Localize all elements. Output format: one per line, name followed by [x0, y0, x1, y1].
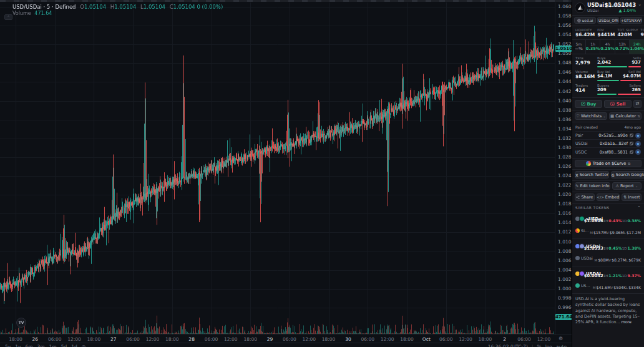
x-twitter-icon: X — [575, 173, 578, 177]
range-button-3m[interactable]: 3m — [37, 344, 45, 347]
range-button-5y[interactable]: 5y — [5, 344, 11, 347]
twitter-link[interactable]: X USDai_Offi... — [597, 17, 619, 24]
report-button[interactable]: ⚠ Report ⌄ — [612, 182, 642, 190]
go-to-date-icon[interactable]: ◷ — [82, 344, 86, 347]
legend-collapse-button[interactable]: ˄ — [4, 14, 12, 20]
time-tick: 12:00 — [224, 336, 238, 342]
more-link[interactable]: more — [621, 320, 632, 325]
chart-clock-time[interactable]: 16:36:02 (UTC-7) — [488, 344, 528, 347]
share-actions: Share </> Embed ⇅ Invert — [572, 192, 644, 203]
range-button-5d[interactable]: 5d — [61, 344, 67, 347]
candlestick-chart[interactable] — [0, 2, 555, 335]
time-tick: 26 — [32, 336, 39, 342]
search-twitter-button[interactable]: X Search Twitter — [575, 171, 609, 178]
pair-created-value: 4mo ago — [625, 125, 641, 129]
copy-icon[interactable] — [630, 150, 633, 154]
price-tick: 1.008 — [558, 249, 571, 254]
dex-icon — [575, 283, 580, 288]
price-axis[interactable]: 1.0601.0581.0561.0541.0521.0501.0481.046… — [555, 2, 572, 335]
calculator-button[interactable]: ▦ Calculator ⇅ — [609, 112, 642, 120]
chart-panel: USD/USDai · 5 · Defined O1.05104 H1.0510… — [0, 0, 572, 347]
buy-button[interactable]: Buy — [575, 100, 602, 108]
price-tick: 1.016 — [558, 211, 571, 216]
chart-status-right: 16:36:02 (UTC-7) | % log auto — [488, 344, 567, 347]
time-tick: 2 — [503, 336, 506, 342]
copy-icon[interactable] — [630, 142, 633, 145]
chevron-up-icon[interactable]: ⌃ — [637, 205, 641, 210]
time-tick: 12:00 — [146, 336, 160, 342]
explorer-icon[interactable]: ◆ — [635, 133, 641, 139]
token-stats: LIQUIDITY$6.42M FDV$441M TOT. SUPPLY420M… — [572, 26, 644, 40]
log-scale-button[interactable]: log — [545, 344, 552, 347]
time-tick: 06:00 — [439, 336, 453, 342]
invert-button[interactable]: ⇅ Invert — [622, 193, 642, 201]
swap-panel-button[interactable]: ⇄ — [633, 100, 642, 108]
copy-icon[interactable] — [630, 134, 633, 137]
ohlc-open-key: O — [80, 4, 84, 10]
edit-token-info-button[interactable]: ✎ Edit token info — [575, 182, 610, 190]
ohlc-open-value: 1.05104 — [84, 4, 106, 10]
sell-icon — [610, 102, 615, 106]
warning-icon: ⚠ — [615, 183, 619, 188]
explorer-icon[interactable]: ◆ — [635, 141, 641, 147]
tab-4h[interactable]: 4h0.25% — [600, 40, 615, 54]
stat-liquidity: LIQUIDITY$6.42M — [574, 28, 596, 37]
tab-12h[interactable]: 12h0.72% — [615, 40, 630, 54]
sell-button[interactable]: Sell — [604, 100, 632, 108]
share-icon — [576, 195, 580, 199]
divider: | — [532, 344, 534, 347]
trade-on-curve-button[interactable]: Trade on $Curve ⧉ — [575, 160, 642, 167]
watchlists-button[interactable]: ♡ Watchlists ⌄ — [575, 112, 607, 120]
chevron-down-icon[interactable]: ⌄ — [638, 2, 642, 7]
embed-button[interactable]: </> Embed — [597, 193, 620, 201]
dex-icon — [575, 256, 580, 260]
ohlc-low-value: 1.05104 — [144, 4, 165, 10]
range-button-1d[interactable]: 1d — [71, 344, 77, 347]
price-tick: 1.020 — [558, 192, 571, 197]
trade-on-dex: Trade on $Curve ⧉ — [572, 159, 644, 170]
similar-token-row[interactable]: sUSDai $1.0806 1H0.43% 1D0.38% Staked US… — [572, 212, 644, 239]
chart-pair-title[interactable]: USD/USDai · 5 · Defined — [12, 4, 76, 10]
buy-sell-vol-bar — [597, 80, 641, 81]
range-button-1m[interactable]: 1m — [49, 344, 57, 347]
time-tick: 06:00 — [126, 336, 140, 342]
similar-token-row[interactable]: USDai $1.0533 1H0.45% 1D1.38% USDai M$88… — [572, 239, 644, 266]
tab-1h[interactable]: 1h0.35% — [586, 40, 601, 54]
globe-icon — [577, 19, 581, 22]
auto-scale-button[interactable]: auto — [556, 344, 567, 347]
chart-bottom-toolbar: 5y1y6m3m1m5d1d◷ 16:36:02 (UTC-7) | % log… — [0, 343, 572, 347]
sidebar-empty-space — [572, 328, 644, 347]
edit-report-actions: ✎ Edit token info ⚠ Report ⌄ — [572, 181, 644, 192]
website-link[interactable]: usd.ai — [574, 17, 596, 24]
up-arrow-icon: ▲ — [618, 8, 622, 13]
time-tick: 06:00 — [361, 336, 374, 342]
time-tick: 06:00 — [205, 336, 218, 342]
price-tick: 1.044 — [558, 79, 571, 84]
social-links: usd.ai X USDai_Offi... +GT1NXrV9... — [572, 16, 644, 26]
range-button-6m[interactable]: 6m — [25, 344, 32, 347]
price-tick: 1.028 — [558, 155, 571, 160]
price-tick: 1.056 — [558, 23, 571, 28]
price-tick: 1.050 — [558, 51, 571, 56]
telegram-link[interactable]: +GT1NXrV9... — [620, 17, 642, 24]
search-google-button[interactable]: G Search Google — [611, 171, 644, 178]
price-tick: 1.054 — [558, 32, 571, 37]
ohlc-change-value: 0 (0.00%) — [197, 4, 223, 10]
price-tick: 1.024 — [558, 174, 571, 178]
percent-scale-button[interactable]: % — [537, 344, 542, 347]
tradingview-logo[interactable]: TV — [16, 318, 26, 328]
share-button[interactable]: Share — [575, 193, 595, 201]
token-header: USDai / USDC USDai $1.051043 ▲ 1.04% ⌄ — [572, 0, 644, 16]
time-tick: 12:00 — [381, 336, 394, 342]
similar-token-row[interactable]: USDAI $0.0042 1H1.21% 1D9.37% USDAI M$41… — [572, 266, 644, 293]
range-button-1y[interactable]: 1y — [15, 344, 21, 347]
search-actions: X Search Twitter G Search Google — [572, 170, 644, 181]
price-tick: 1.040 — [558, 99, 571, 104]
explorer-icon[interactable]: ◆ — [635, 149, 641, 155]
tab-24h[interactable]: 24h1.04% — [630, 40, 644, 54]
invert-icon: ⇅ — [623, 195, 627, 200]
time-axis[interactable]: ⚙ 18:002606:0012:0018:002706:0012:0018:0… — [0, 335, 572, 343]
chart-legend: USD/USDai · 5 · Defined O1.05104 H1.0510… — [12, 4, 223, 10]
axis-settings-gear-icon[interactable]: ⚙ — [559, 336, 563, 341]
transactions-panel: Txns2,979 Buys2,042 Sells937 Volume$8.16… — [572, 54, 644, 98]
